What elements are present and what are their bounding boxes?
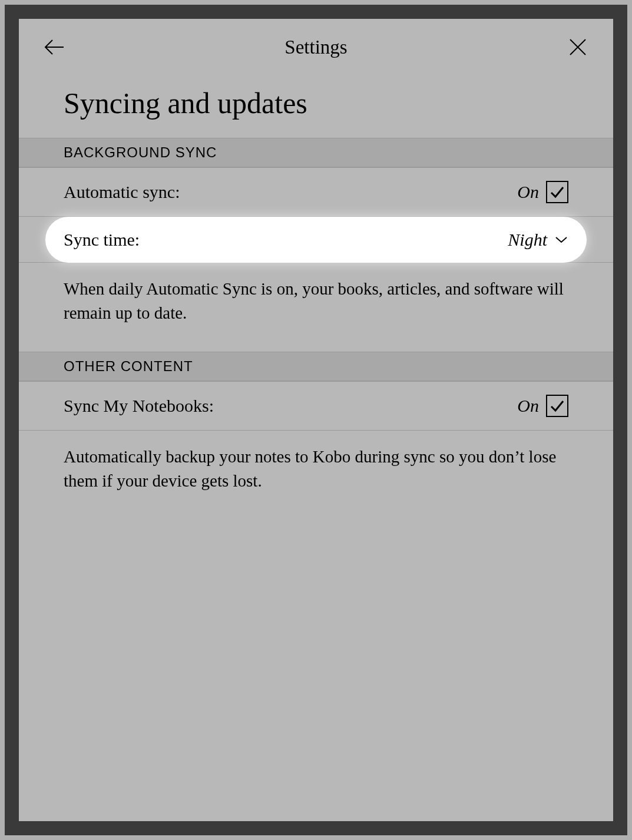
sync-notebooks-value: On [517,396,539,416]
back-button[interactable] [42,35,66,59]
sync-time-value-group: Night [508,230,568,250]
automatic-sync-label: Automatic sync: [64,182,180,202]
sync-notebooks-row[interactable]: Sync My Notebooks: On [19,382,613,431]
automatic-sync-value: On [517,182,539,202]
background-sync-description: When daily Automatic Sync is on, your bo… [19,263,613,352]
automatic-sync-checkbox[interactable] [546,181,568,203]
automatic-sync-value-group: On [517,181,568,203]
back-arrow-icon [44,38,65,56]
section-header-other-content: OTHER CONTENT [19,352,613,382]
page-title: Syncing and updates [19,75,613,138]
chevron-down-icon [555,236,568,244]
other-content-description: Automatically backup your notes to Kobo … [19,431,613,520]
section-header-background-sync: BACKGROUND SYNC [19,138,613,168]
close-button[interactable] [566,35,590,59]
sync-time-row[interactable]: Sync time: Night [45,217,587,263]
screen: Settings Syncing and updates BACKGROUND … [19,19,613,821]
sync-notebooks-checkbox[interactable] [546,395,568,417]
checkmark-icon [549,398,565,414]
sync-time-label: Sync time: [64,230,140,250]
header-bar: Settings [19,19,613,75]
sync-time-value: Night [508,230,547,250]
sync-notebooks-value-group: On [517,395,568,417]
sync-notebooks-label: Sync My Notebooks: [64,396,214,416]
header-title: Settings [284,37,347,58]
device-frame: Settings Syncing and updates BACKGROUND … [5,5,627,835]
automatic-sync-row[interactable]: Automatic sync: On [19,168,613,217]
close-icon [568,38,587,57]
checkmark-icon [549,184,565,200]
sync-time-dropdown[interactable] [554,233,568,247]
